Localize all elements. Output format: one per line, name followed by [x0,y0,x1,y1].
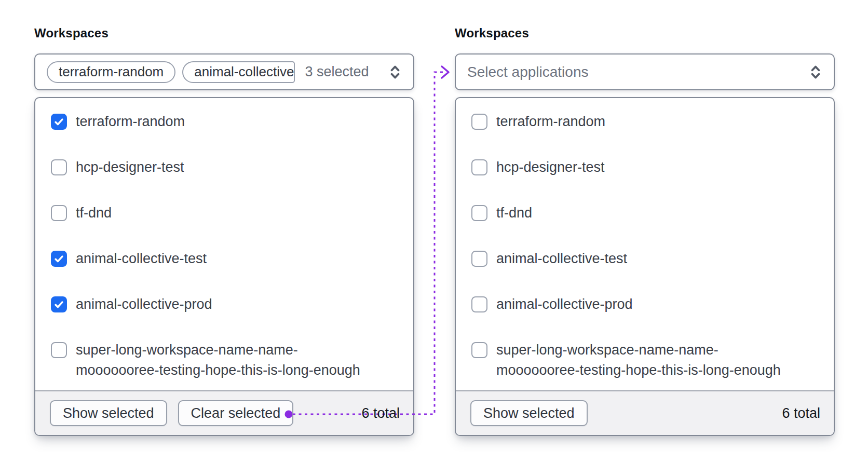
option-label: animal-collective-test [76,249,207,269]
selected-tag-animal-collective[interactable]: animal-collective [182,61,295,83]
checkbox[interactable] [471,205,487,221]
option-label: tf-dnd [76,203,112,223]
chevron-up-down-icon [387,63,403,81]
option-list: terraform-random hcp-designer-test tf-dn… [456,98,834,390]
option-label: terraform-random [496,112,605,132]
workspaces-multiselect-trigger[interactable]: terraform-random animal-collective 3 sel… [34,53,414,90]
show-selected-button[interactable]: Show selected [50,400,167,426]
option-list: terraform-random hcp-designer-test tf-dn… [35,98,413,390]
total-count: 6 total [782,405,820,421]
option-row[interactable]: terraform-random [51,112,401,132]
checkbox[interactable] [471,296,487,312]
option-row[interactable]: animal-collective-prod [51,294,401,315]
checkmark-icon [53,116,64,127]
checkbox[interactable] [51,114,67,130]
checkbox[interactable] [471,342,487,358]
checkbox[interactable] [471,159,487,175]
workspaces-label-left: Workspaces [34,26,108,40]
total-count: 6 total [361,405,400,421]
option-label: animal-collective-prod [496,294,633,315]
option-label: animal-collective-test [496,249,627,269]
option-label: super-long-workspace-name-name- moooooor… [496,340,781,380]
option-row[interactable]: tf-dnd [471,203,821,223]
option-row[interactable]: super-long-workspace-name-name- moooooor… [51,340,401,380]
option-row[interactable]: animal-collective-test [471,249,821,269]
checkbox[interactable] [51,205,67,221]
checkbox[interactable] [471,251,487,267]
applications-select-trigger[interactable]: Select applications [455,53,835,90]
chevron-up-down-icon [808,63,823,81]
clear-selected-button[interactable]: Clear selected [178,400,294,426]
listbox-footer-left: Show selected Clear selected 6 total [35,390,413,435]
listbox-footer-right: Show selected 6 total [456,390,834,435]
workspaces-listbox-left: terraform-random hcp-designer-test tf-dn… [34,97,414,436]
checkbox[interactable] [51,159,67,175]
option-label: hcp-designer-test [496,157,605,178]
option-label: tf-dnd [496,203,532,223]
option-label: hcp-designer-test [76,157,184,178]
option-row[interactable]: tf-dnd [51,203,401,223]
checkbox[interactable] [51,342,67,358]
checkbox[interactable] [51,296,67,312]
arrowhead-icon [442,66,449,78]
checkmark-icon [53,253,64,264]
checkmark-icon [53,299,64,310]
checkbox[interactable] [471,114,487,130]
select-placeholder: Select applications [467,64,588,80]
option-row[interactable]: super-long-workspace-name-name- moooooor… [471,340,821,380]
checkbox[interactable] [51,251,67,267]
workspaces-label-right: Workspaces [455,26,529,40]
option-row[interactable]: animal-collective-prod [471,294,821,315]
option-label: terraform-random [76,112,185,132]
option-label: super-long-workspace-name-name- moooooor… [76,340,360,380]
option-label: animal-collective-prod [76,294,212,315]
option-row[interactable]: hcp-designer-test [51,157,401,178]
option-row[interactable]: animal-collective-test [51,249,401,269]
selected-count: 3 selected [305,64,369,80]
show-selected-button[interactable]: Show selected [470,400,588,426]
workspaces-listbox-right: terraform-random hcp-designer-test tf-dn… [455,97,835,436]
option-row[interactable]: hcp-designer-test [471,157,821,178]
selected-tag-terraform-random[interactable]: terraform-random [47,61,175,83]
option-row[interactable]: terraform-random [471,112,821,132]
